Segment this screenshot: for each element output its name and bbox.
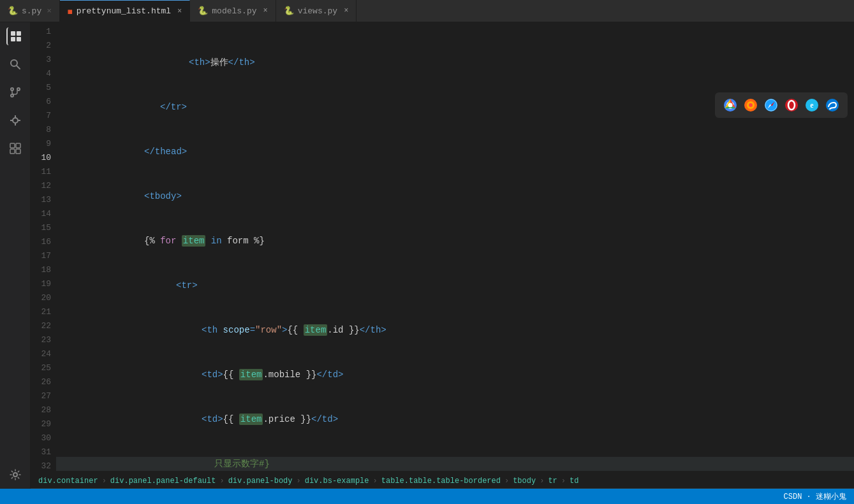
breadcrumb-item-4[interactable]: div.bs-example — [305, 477, 369, 486]
tab-spy-label: s.py — [22, 6, 41, 16]
breadcrumb-item-2[interactable]: div.panel.panel-default — [110, 477, 216, 486]
opera-icon[interactable] — [783, 96, 800, 114]
main-layout: 1 2 3 4 5 6 7 8 9 10 11 12 13 14 15 16 1… — [0, 22, 854, 489]
views-icon: 🐍 — [284, 6, 294, 16]
breadcrumb-item-3[interactable]: div.panel-body — [228, 477, 293, 486]
svg-rect-17 — [16, 149, 20, 154]
svg-rect-14 — [10, 143, 15, 148]
tab-prettynum[interactable]: ◼ prettynum_list.html × — [60, 0, 190, 22]
safari-icon[interactable] — [762, 96, 780, 114]
svg-rect-3 — [17, 37, 21, 41]
line-numbers: 1 2 3 4 5 6 7 8 9 10 11 12 13 14 15 16 1… — [31, 22, 56, 473]
code-line: <tr> — [56, 278, 854, 292]
tab-views[interactable]: 🐍 views.py × — [276, 0, 357, 22]
code-line: <th scope="row">{{ item.id }}</th> — [56, 323, 854, 337]
tab-views-close[interactable]: × — [344, 6, 348, 15]
tab-bar: 🐍 s.py × ◼ prettynum_list.html × 🐍 model… — [0, 0, 854, 22]
svg-point-22 — [728, 103, 733, 108]
activity-bar — [0, 22, 31, 489]
ie-icon[interactable]: e — [803, 96, 821, 114]
code-line: </thead> — [56, 145, 854, 159]
breadcrumb: div.container › div.panel.panel-default … — [31, 473, 854, 489]
browser-icons-panel: e — [715, 92, 848, 118]
py-icon: 🐍 — [8, 6, 18, 16]
code-line: {% for item in form %} — [56, 234, 854, 248]
tab-prettynum-label: prettynum_list.html — [77, 6, 171, 16]
svg-point-6 — [11, 88, 13, 90]
status-bar: CSDN · 迷糊小鬼 — [0, 489, 854, 504]
tab-views-label: views.py — [298, 6, 337, 16]
code-line: <tbody> — [56, 189, 854, 203]
breadcrumb-item-1[interactable]: div.container — [38, 477, 98, 486]
svg-point-25 — [749, 103, 753, 107]
svg-point-8 — [11, 94, 13, 97]
breadcrumb-item-6[interactable]: tbody — [513, 477, 536, 486]
breadcrumb-item-5[interactable]: table.table.table-bordered — [381, 477, 501, 486]
tab-prettynum-close[interactable]: × — [177, 7, 182, 16]
code-container[interactable]: 1 2 3 4 5 6 7 8 9 10 11 12 13 14 15 16 1… — [31, 22, 854, 473]
activity-debug[interactable] — [6, 112, 24, 129]
svg-rect-0 — [11, 31, 15, 36]
status-right: CSDN · 迷糊小鬼 — [784, 491, 846, 502]
firefox-icon[interactable] — [742, 96, 760, 114]
code-line: <th>操作</th> — [56, 55, 854, 69]
chrome-icon[interactable] — [721, 96, 739, 114]
tab-spy[interactable]: 🐍 s.py × — [0, 0, 60, 22]
svg-text:e: e — [810, 101, 814, 110]
models-icon: 🐍 — [198, 6, 208, 16]
svg-rect-2 — [17, 31, 21, 36]
tab-models[interactable]: 🐍 models.py × — [190, 0, 276, 22]
editor-area: 1 2 3 4 5 6 7 8 9 10 11 12 13 14 15 16 1… — [31, 22, 854, 489]
html-icon: ◼ — [68, 6, 73, 17]
tab-spy-separator: × — [47, 6, 52, 16]
svg-line-5 — [17, 66, 20, 69]
svg-point-9 — [13, 118, 18, 123]
svg-rect-16 — [10, 149, 15, 154]
svg-point-7 — [17, 88, 20, 90]
status-csdn: CSDN · 迷糊小鬼 — [784, 491, 846, 502]
tab-models-close[interactable]: × — [263, 6, 268, 15]
code-line: 只显示数字#} — [56, 457, 854, 471]
breadcrumb-item-7[interactable]: tr — [548, 477, 557, 486]
activity-search[interactable] — [6, 55, 24, 73]
code-line: <td>{{ item.mobile }}</td> — [56, 368, 854, 382]
tab-models-label: models.py — [212, 6, 256, 16]
activity-git[interactable] — [6, 83, 24, 101]
activity-settings[interactable] — [6, 466, 24, 484]
svg-rect-15 — [16, 143, 20, 148]
svg-point-18 — [13, 473, 17, 477]
edge-icon[interactable] — [823, 96, 841, 114]
code-content: <th>操作</th> </tr> </thead> <tbody> {% fo… — [56, 22, 854, 473]
activity-extensions[interactable] — [6, 140, 24, 157]
svg-rect-1 — [11, 37, 15, 41]
breadcrumb-item-8[interactable]: td — [570, 477, 578, 486]
code-line: <td>{{ item.price }}</td> — [56, 412, 854, 426]
activity-explorer[interactable] — [6, 27, 24, 45]
